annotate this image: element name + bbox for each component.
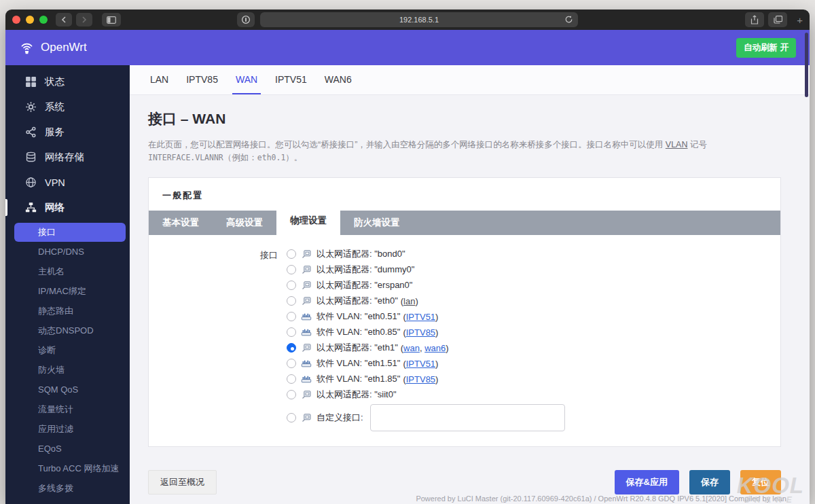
sidebar-subitem-dnspod[interactable]: 动态DNSPOD: [5, 321, 130, 340]
radio-siit0[interactable]: [287, 390, 296, 399]
globe-icon: [25, 177, 37, 188]
close-window-button[interactable]: [12, 16, 20, 24]
nodes-icon: [25, 126, 37, 138]
page-description: 在此页面，您可以配置网络接口。您可以勾选“桥接接口”，并输入由空格分隔的多个网络…: [148, 139, 781, 165]
sidebar-item-nas[interactable]: 网络存储: [5, 145, 130, 170]
tab-wan[interactable]: WAN: [232, 65, 261, 94]
sidebar-subitem-traffic-stats[interactable]: 流量统计: [5, 399, 130, 419]
chrome-right-buttons: +: [745, 12, 803, 27]
radio-dummy0[interactable]: [287, 265, 296, 274]
interface-option-eth1-85[interactable]: 软件 VLAN: "eth1.85"(IPTV85): [287, 372, 565, 387]
interface-option-bond0[interactable]: 以太网适配器: "bond0": [287, 247, 565, 262]
extension-button[interactable]: [237, 12, 255, 27]
radio-eth0-51[interactable]: [287, 312, 296, 321]
save-apply-button[interactable]: 保存&应用: [615, 470, 679, 494]
radio-erspan0[interactable]: [287, 281, 296, 290]
reload-button[interactable]: [564, 15, 573, 25]
radio-eth1[interactable]: [287, 343, 296, 353]
eth01-code: eth0.1: [257, 153, 286, 162]
interface-tabs: LANIPTV85WANIPTV51WAN6: [130, 65, 810, 95]
browser-chrome: 192.168.5.1 +: [5, 10, 810, 30]
subtab-基本设置[interactable]: 基本设置: [149, 211, 213, 235]
sidebar-item-system[interactable]: 系统: [5, 94, 130, 120]
share-icon: [750, 15, 759, 24]
option-label: 以太网适配器: "eth1": [316, 342, 398, 354]
ethernet-icon: [301, 412, 312, 423]
vlan-link[interactable]: VLAN: [666, 140, 688, 149]
interface-option-eth1[interactable]: 以太网适配器: "eth1"(wan, wan6): [287, 340, 565, 356]
sidebar-item-label: 服务: [45, 126, 65, 139]
zoom-window-button[interactable]: [39, 16, 48, 24]
minimize-window-button[interactable]: [26, 16, 34, 24]
subtab-防火墙设置[interactable]: 防火墙设置: [340, 211, 414, 235]
subtab-高级设置[interactable]: 高级设置: [213, 211, 276, 235]
network-link-iptv51[interactable]: IPTV51: [406, 312, 435, 322]
forward-button[interactable]: [76, 13, 92, 26]
ethernet-icon: [301, 342, 312, 353]
back-button[interactable]: [56, 13, 72, 26]
page-scrollbar[interactable]: [805, 33, 808, 97]
sidebar-subitem-interfaces[interactable]: 接口: [14, 223, 126, 242]
vlan-icon: [301, 311, 312, 322]
custom-interface-input[interactable]: [370, 404, 565, 431]
sidebar-subitem-mwan[interactable]: 多线多拨: [5, 478, 130, 498]
radio-eth1-51[interactable]: [287, 359, 296, 368]
interface-option-erspan0[interactable]: 以太网适配器: "erspan0": [287, 278, 565, 293]
option-network-links: (IPTV51): [403, 359, 438, 369]
sidebar-subitem-hostname[interactable]: 主机名: [5, 262, 130, 281]
subtab-物理设置[interactable]: 物理设置: [276, 206, 340, 235]
interface-options: 以太网适配器: "bond0"以太网适配器: "dummy0"以太网适配器: "…: [287, 247, 565, 433]
sidebar-item-status[interactable]: 状态: [5, 69, 130, 94]
option-label: 以太网适配器: "siit0": [316, 389, 397, 401]
radio-bond0[interactable]: [287, 249, 296, 259]
sidebar-item-network[interactable]: 网络: [5, 195, 130, 220]
general-config-card: 一般配置 基本设置高级设置物理设置防火墙设置 接口 以太网适配器: "bond0…: [148, 177, 781, 447]
sidebar-subitem-firewall[interactable]: 防火墙: [5, 360, 130, 380]
network-link-iptv85[interactable]: IPTV85: [406, 374, 435, 384]
option-network-links: (lan): [401, 296, 418, 306]
interface-option-eth0-85[interactable]: 软件 VLAN: "eth0.85"(IPTV85): [287, 325, 565, 340]
interface-option-dummy0[interactable]: 以太网适配器: "dummy0": [287, 262, 565, 278]
url-field[interactable]: 192.168.5.1: [260, 12, 578, 27]
tab-iptv85[interactable]: IPTV85: [183, 65, 221, 94]
auto-refresh-toggle[interactable]: 自动刷新 开: [736, 38, 796, 58]
address-bar-group: 192.168.5.1: [237, 12, 578, 27]
sidebar-item-services[interactable]: 服务: [5, 120, 130, 145]
interface-option-siit0[interactable]: 以太网适配器: "siit0": [287, 387, 565, 403]
radio-eth0[interactable]: [287, 296, 296, 306]
tab-lan[interactable]: LAN: [147, 65, 172, 94]
option-network-links: (wan, wan6): [401, 343, 449, 353]
network-link-iptv85[interactable]: IPTV85: [406, 327, 435, 338]
sidebar-subitem-turbo-acc[interactable]: Turbo ACC 网络加速: [5, 458, 130, 478]
sidebar-item-vpn[interactable]: VPN: [5, 170, 130, 195]
network-link-lan[interactable]: lan: [403, 296, 415, 306]
interface-option-custom[interactable]: 自定义接口:: [287, 403, 565, 433]
tab-overview-button[interactable]: [768, 12, 787, 27]
sidebar-subitem-static-routes[interactable]: 静态路由: [5, 301, 130, 321]
option-label: 软件 VLAN: "eth0.51": [316, 310, 400, 323]
option-network-links: (IPTV85): [403, 374, 438, 384]
network-link-wan6[interactable]: wan6: [424, 343, 446, 353]
sidebar-subitem-sqm-qos[interactable]: SQM QoS: [5, 380, 130, 399]
new-tab-button[interactable]: +: [797, 14, 803, 26]
interface-option-eth0[interactable]: 以太网适配器: "eth0"(lan): [287, 293, 565, 309]
tab-iptv51[interactable]: IPTV51: [272, 65, 310, 94]
interface-option-eth1-51[interactable]: 软件 VLAN: "eth1.51"(IPTV51): [287, 356, 565, 372]
radio-custom[interactable]: [287, 413, 296, 422]
interface-option-eth0-51[interactable]: 软件 VLAN: "eth0.51"(IPTV51): [287, 309, 565, 325]
sidebar-subitem-dhcp-dns[interactable]: DHCP/DNS: [5, 242, 130, 262]
sidebar-subitem-app-filter[interactable]: 应用过滤: [5, 419, 130, 439]
sidebar-subitem-diagnostics[interactable]: 诊断: [5, 340, 130, 360]
sidebar-toggle-button[interactable]: [102, 13, 121, 26]
network-link-wan[interactable]: wan: [403, 343, 420, 353]
tab-wan6[interactable]: WAN6: [321, 65, 355, 94]
radio-eth1-85[interactable]: [287, 374, 296, 384]
back-to-overview-button[interactable]: 返回至概况: [148, 470, 217, 494]
sidebar-subitem-ip-mac-bind[interactable]: IP/MAC绑定: [5, 281, 130, 301]
save-button[interactable]: 保存: [689, 470, 730, 494]
reload-icon: [564, 15, 573, 24]
sidebar-subitem-eqos[interactable]: EQoS: [5, 439, 130, 458]
network-link-iptv51[interactable]: IPTV51: [406, 359, 435, 369]
radio-eth0-85[interactable]: [287, 327, 296, 337]
share-button[interactable]: [745, 12, 764, 27]
